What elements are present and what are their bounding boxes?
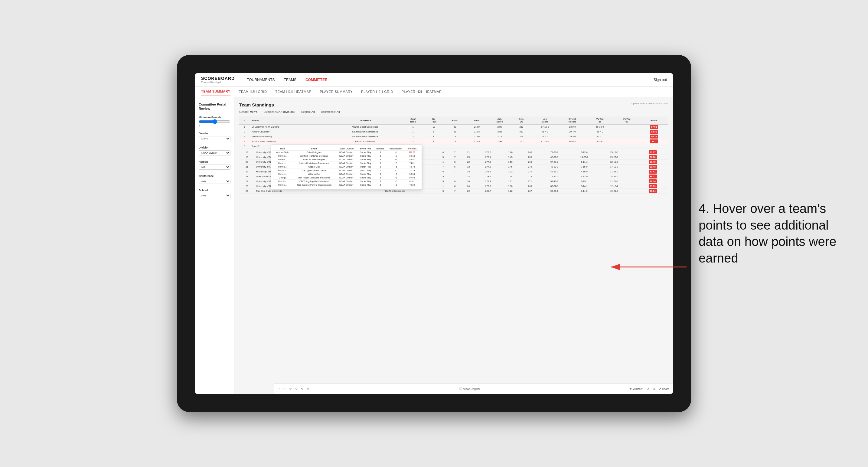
tooltip-col-rank-impact: Rank Impact bbox=[387, 147, 405, 151]
nav-divider: | bbox=[649, 77, 651, 83]
main-content: Committee Portal Review Minimum Rounds 4… bbox=[195, 97, 673, 394]
tooltip-col-event-div: Event Division bbox=[336, 147, 358, 151]
points-value[interactable]: 97.02 bbox=[650, 125, 658, 129]
tooltip-row-item: Univers...Copper CupNCAA Division IMatch… bbox=[273, 165, 419, 169]
tooltip-table: Team Event Event Division Event Type Rou… bbox=[273, 147, 419, 187]
sidebar: Committee Portal Review Minimum Rounds 4… bbox=[195, 97, 235, 394]
tooltip-col-event-type: Event Type bbox=[357, 147, 374, 151]
col-num: # bbox=[239, 117, 250, 125]
copy-button[interactable]: ⧉ bbox=[296, 387, 297, 391]
col-conference: Conference bbox=[328, 117, 402, 125]
redo-button[interactable]: ↪ bbox=[283, 387, 286, 391]
points-value[interactable]: 93.31 bbox=[650, 130, 658, 134]
reset-button[interactable]: ⟳ bbox=[289, 387, 292, 391]
col-points: Points bbox=[640, 117, 668, 125]
col-vs-top-50: Vs Top50 bbox=[614, 117, 640, 125]
gender-filter: Gender: Men's bbox=[239, 111, 257, 114]
sidebar-min-rounds: Minimum Rounds 4 bbox=[199, 116, 230, 127]
content-area: Team Standings Update time: 13/03/2024 1… bbox=[235, 97, 673, 394]
tooltip-row-item: Univers...Amer An IntercollegiateNCAA Di… bbox=[273, 158, 419, 161]
tooltip-col-team: Team bbox=[273, 147, 292, 151]
logo-sub: Powered by clippd bbox=[201, 81, 235, 84]
undo-button[interactable]: ↩ bbox=[277, 387, 280, 391]
sign-out-button[interactable]: Sign out bbox=[654, 78, 667, 82]
sub-nav-team-summary[interactable]: TEAM SUMMARY bbox=[201, 87, 230, 96]
sidebar-division: Division NCAA Division I bbox=[199, 146, 230, 155]
col-rnds: Rnds bbox=[444, 117, 466, 125]
gender-select[interactable]: Men's bbox=[199, 136, 230, 141]
nav-teams[interactable]: TEAMS bbox=[284, 76, 297, 83]
tooltip-row-item: Arizona StateCabo CollegiateNCAA Divisio… bbox=[273, 151, 419, 154]
table-row: 2 Auburn University Southeastern Confere… bbox=[239, 129, 668, 134]
sidebar-gender: Gender Men's bbox=[199, 132, 230, 141]
tooltip-row-item: Florida I...The Cypress Point ClassicNCA… bbox=[273, 169, 419, 173]
table-row-highlighted: 4 Arizona State University Pac-12 Confer… bbox=[239, 139, 668, 144]
tooltip-col-event: Event bbox=[292, 147, 336, 151]
sub-nav-team-h2h-heatmap[interactable]: TEAM H2H HEATMAP bbox=[275, 87, 311, 96]
bottom-toolbar: ↩ ↪ ⟳ ⧉ ✎ ⏱ 📄 View: Original 👁 Watch ▾ 🗨… bbox=[274, 383, 673, 394]
share-button[interactable]: ↗ Share bbox=[659, 387, 669, 391]
col-low-score: LowScore bbox=[531, 117, 559, 125]
nav-tournaments[interactable]: TOURNAMENTS bbox=[247, 76, 275, 83]
tooltip-row-item: GeorgiaBen Hogan Collegiate Invitational… bbox=[273, 176, 419, 180]
table-row: 1 University of North Carolina Atlantic … bbox=[239, 125, 668, 129]
filters-row: Gender: Men's Division: NCAA Division I … bbox=[239, 111, 668, 114]
col-avg-sg: Avg.SG bbox=[512, 117, 531, 125]
points-value-highlighted[interactable]: 79.5 bbox=[650, 139, 658, 143]
nav-items: TOURNAMENTS TEAMS COMMITTEE bbox=[247, 76, 646, 83]
annotation-text: 4. Hover over a team's points to see add… bbox=[699, 200, 850, 267]
content-title: Team Standings bbox=[239, 102, 274, 107]
annotation-area: 4. Hover over a team's points to see add… bbox=[699, 200, 850, 267]
sidebar-school: School (All) bbox=[199, 189, 230, 198]
col-wins: Wins bbox=[466, 117, 488, 125]
sidebar-portal-title: Committee Portal Review bbox=[199, 102, 230, 111]
sidebar-region: Region N/A bbox=[199, 160, 230, 170]
tooltip-row-item: Univers...2023 Sahalee Players Champions… bbox=[273, 183, 419, 187]
tooltip-popup: Team Event Event Division Event Type Rou… bbox=[271, 144, 422, 190]
nav-committee[interactable]: COMMITTEE bbox=[306, 76, 327, 83]
division-select[interactable]: NCAA Division I bbox=[199, 150, 230, 155]
tooltip-col-w-points: W Points bbox=[405, 147, 419, 151]
tablet-device: SCOREBOARD Powered by clippd TOURNAMENTS… bbox=[177, 55, 691, 412]
region-select[interactable]: N/A bbox=[199, 164, 230, 170]
update-time: Update time: 13/03/2024 10:03:42 bbox=[631, 102, 668, 105]
col-overall-record: OverallRecord bbox=[559, 117, 586, 125]
logo: SCOREBOARD Powered by clippd bbox=[201, 76, 235, 84]
view-original-button[interactable]: 📄 View: Original bbox=[459, 387, 480, 391]
sub-nav-player-summary[interactable]: PLAYER SUMMARY bbox=[320, 87, 353, 96]
conference-filter: Conference: All bbox=[321, 111, 340, 114]
tooltip-row-item: East Ter...OFCC Fighting Illini Invitati… bbox=[273, 180, 419, 183]
tooltip-row-item: Univers...Williams CupNCAA Division IStr… bbox=[273, 173, 419, 176]
annotation-arrow bbox=[602, 255, 692, 279]
sub-nav-player-h2h-grid[interactable]: PLAYER H2H GRID bbox=[361, 87, 393, 96]
sub-nav: TEAM SUMMARY TEAM H2H GRID TEAM H2H HEAT… bbox=[195, 87, 673, 97]
table-row: 3 Vanderbilt University Southeastern Con… bbox=[239, 134, 668, 139]
tooltip-row-item: Univers...Southern Highlands CollegiateN… bbox=[273, 154, 419, 158]
tooltip-col-rounds: Rounds bbox=[374, 147, 386, 151]
edit-button[interactable]: ✎ bbox=[301, 387, 303, 391]
feedback-button[interactable]: 🗨 bbox=[646, 387, 649, 391]
logo-text: SCOREBOARD bbox=[201, 76, 235, 81]
col-conf-rank: ConfRank bbox=[402, 117, 424, 125]
school-select[interactable]: (All) bbox=[199, 193, 230, 198]
col-adj-score: Adj.Score bbox=[488, 117, 512, 125]
col-school: School bbox=[250, 117, 328, 125]
min-rounds-slider[interactable] bbox=[199, 120, 230, 123]
watch-button[interactable]: 👁 Watch ▾ bbox=[629, 387, 643, 391]
standings-table: # School Conference ConfRank NoTour Rnds… bbox=[239, 117, 668, 149]
top-nav: SCOREBOARD Powered by clippd TOURNAMENTS… bbox=[195, 73, 673, 87]
sub-nav-team-h2h-grid[interactable]: TEAM H2H GRID bbox=[239, 87, 267, 96]
sidebar-conference: Conference (All) bbox=[199, 175, 230, 184]
division-filter: Division: NCAA Division I bbox=[264, 111, 295, 114]
clock-button[interactable]: ⏱ bbox=[307, 387, 310, 391]
region-filter: Region: All bbox=[301, 111, 315, 114]
col-no-tour: NoTour bbox=[424, 117, 444, 125]
points-value[interactable]: 90.32 bbox=[650, 134, 658, 138]
col-vs-top-25: Vs Top25 bbox=[586, 117, 614, 125]
content-header: Team Standings Update time: 13/03/2024 1… bbox=[239, 102, 668, 107]
grid-button[interactable]: ⊞ bbox=[653, 387, 655, 391]
tablet-screen: SCOREBOARD Powered by clippd TOURNAMENTS… bbox=[195, 73, 673, 394]
conference-select[interactable]: (All) bbox=[199, 179, 230, 184]
tooltip-row-item: Univers...National Invitational Tourname… bbox=[273, 161, 419, 165]
sub-nav-player-h2h-heatmap[interactable]: PLAYER H2H HEATMAP bbox=[402, 87, 441, 96]
